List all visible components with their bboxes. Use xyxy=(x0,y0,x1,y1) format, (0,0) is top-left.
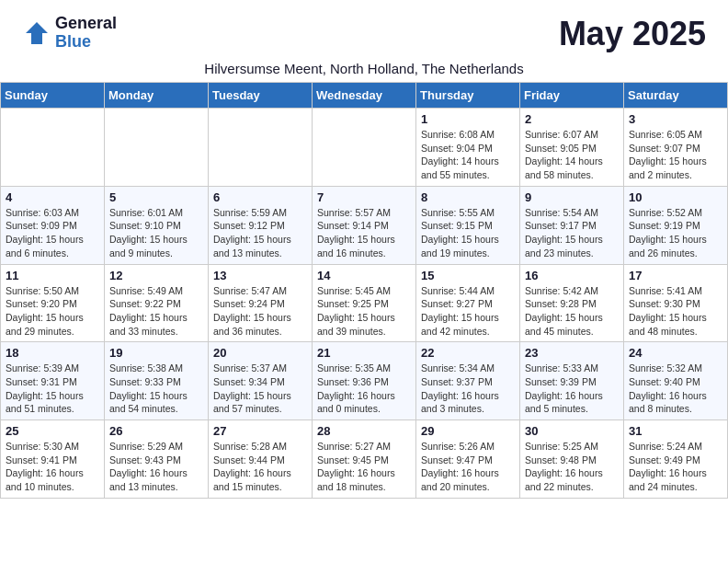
calendar-cell: 9Sunrise: 5:54 AMSunset: 9:17 PMDaylight… xyxy=(520,186,624,264)
day-number: 29 xyxy=(421,424,515,438)
day-info: Sunrise: 5:28 AMSunset: 9:44 PMDaylight:… xyxy=(213,440,307,494)
calendar-cell: 26Sunrise: 5:29 AMSunset: 9:43 PMDayligh… xyxy=(105,420,209,499)
calendar-week-row: 11Sunrise: 5:50 AMSunset: 9:20 PMDayligh… xyxy=(1,264,728,342)
day-number: 9 xyxy=(525,190,619,204)
calendar-week-row: 18Sunrise: 5:39 AMSunset: 9:31 PMDayligh… xyxy=(1,342,728,420)
day-number: 19 xyxy=(109,346,203,360)
calendar-cell xyxy=(209,109,313,187)
day-info: Sunrise: 5:27 AMSunset: 9:45 PMDaylight:… xyxy=(317,440,411,494)
month-title: May 2025 xyxy=(559,15,706,53)
day-info: Sunrise: 5:44 AMSunset: 9:27 PMDaylight:… xyxy=(421,284,515,339)
day-info: Sunrise: 5:54 AMSunset: 9:17 PMDaylight:… xyxy=(525,206,619,260)
day-info: Sunrise: 5:55 AMSunset: 9:15 PMDaylight:… xyxy=(421,206,515,260)
calendar-cell xyxy=(1,109,105,187)
day-number: 18 xyxy=(6,346,99,360)
day-number: 23 xyxy=(525,346,619,360)
calendar-cell: 2Sunrise: 6:07 AMSunset: 9:05 PMDaylight… xyxy=(520,109,624,187)
day-info: Sunrise: 5:39 AMSunset: 9:31 PMDaylight:… xyxy=(6,362,99,416)
calendar-cell: 27Sunrise: 5:28 AMSunset: 9:44 PMDayligh… xyxy=(209,420,313,499)
day-info: Sunrise: 5:47 AMSunset: 9:24 PMDaylight:… xyxy=(213,284,307,339)
weekday-header: Wednesday xyxy=(313,83,416,109)
day-number: 16 xyxy=(525,269,619,282)
svg-marker-0 xyxy=(26,22,48,44)
calendar-week-row: 1Sunrise: 6:08 AMSunset: 9:04 PMDaylight… xyxy=(1,109,728,187)
day-info: Sunrise: 5:33 AMSunset: 9:39 PMDaylight:… xyxy=(525,362,619,416)
day-info: Sunrise: 5:37 AMSunset: 9:34 PMDaylight:… xyxy=(213,362,307,416)
calendar-cell: 28Sunrise: 5:27 AMSunset: 9:45 PMDayligh… xyxy=(313,420,416,499)
calendar-cell: 12Sunrise: 5:49 AMSunset: 9:22 PMDayligh… xyxy=(105,264,209,342)
day-number: 4 xyxy=(6,190,99,204)
calendar-week-row: 4Sunrise: 6:03 AMSunset: 9:09 PMDaylight… xyxy=(1,186,728,264)
day-number: 10 xyxy=(629,190,722,204)
weekday-header: Saturday xyxy=(624,83,728,109)
day-number: 15 xyxy=(421,269,515,282)
weekday-header: Monday xyxy=(105,83,209,109)
calendar-cell: 30Sunrise: 5:25 AMSunset: 9:48 PMDayligh… xyxy=(520,420,624,499)
day-number: 7 xyxy=(317,190,411,204)
weekday-header: Sunday xyxy=(1,83,105,109)
day-number: 21 xyxy=(317,346,411,360)
day-number: 1 xyxy=(421,112,515,126)
day-info: Sunrise: 6:05 AMSunset: 9:07 PMDaylight:… xyxy=(629,128,722,182)
calendar-cell: 20Sunrise: 5:37 AMSunset: 9:34 PMDayligh… xyxy=(209,342,313,420)
calendar-cell: 4Sunrise: 6:03 AMSunset: 9:09 PMDaylight… xyxy=(1,186,105,264)
day-number: 26 xyxy=(109,424,203,438)
day-number: 2 xyxy=(525,112,619,126)
day-number: 11 xyxy=(6,269,99,282)
calendar-cell: 1Sunrise: 6:08 AMSunset: 9:04 PMDaylight… xyxy=(416,109,520,187)
calendar-cell xyxy=(313,109,416,187)
calendar-week-row: 25Sunrise: 5:30 AMSunset: 9:41 PMDayligh… xyxy=(1,420,728,499)
calendar-table: SundayMondayTuesdayWednesdayThursdayFrid… xyxy=(0,82,728,499)
logo-general: General xyxy=(55,15,117,33)
day-info: Sunrise: 5:35 AMSunset: 9:36 PMDaylight:… xyxy=(317,362,411,416)
day-info: Sunrise: 5:26 AMSunset: 9:47 PMDaylight:… xyxy=(421,440,515,494)
day-number: 17 xyxy=(629,269,722,282)
calendar-cell: 16Sunrise: 5:42 AMSunset: 9:28 PMDayligh… xyxy=(520,264,624,342)
logo-icon xyxy=(22,18,51,48)
day-number: 6 xyxy=(213,190,307,204)
calendar-cell: 7Sunrise: 5:57 AMSunset: 9:14 PMDaylight… xyxy=(313,186,416,264)
calendar-cell: 13Sunrise: 5:47 AMSunset: 9:24 PMDayligh… xyxy=(209,264,313,342)
day-number: 20 xyxy=(213,346,307,360)
calendar-cell: 15Sunrise: 5:44 AMSunset: 9:27 PMDayligh… xyxy=(416,264,520,342)
day-number: 12 xyxy=(109,269,203,282)
weekday-header: Tuesday xyxy=(209,83,313,109)
day-info: Sunrise: 5:25 AMSunset: 9:48 PMDaylight:… xyxy=(525,440,619,494)
calendar-cell: 10Sunrise: 5:52 AMSunset: 9:19 PMDayligh… xyxy=(624,186,728,264)
day-info: Sunrise: 5:24 AMSunset: 9:49 PMDaylight:… xyxy=(629,440,722,494)
calendar-cell: 8Sunrise: 5:55 AMSunset: 9:15 PMDaylight… xyxy=(416,186,520,264)
day-number: 30 xyxy=(525,424,619,438)
calendar-cell: 17Sunrise: 5:41 AMSunset: 9:30 PMDayligh… xyxy=(624,264,728,342)
calendar-cell: 22Sunrise: 5:34 AMSunset: 9:37 PMDayligh… xyxy=(416,342,520,420)
calendar-cell xyxy=(105,109,209,187)
weekday-header: Thursday xyxy=(416,83,520,109)
calendar-cell: 19Sunrise: 5:38 AMSunset: 9:33 PMDayligh… xyxy=(105,342,209,420)
day-number: 3 xyxy=(629,112,722,126)
day-info: Sunrise: 5:50 AMSunset: 9:20 PMDaylight:… xyxy=(6,284,99,339)
calendar-cell: 3Sunrise: 6:05 AMSunset: 9:07 PMDaylight… xyxy=(624,109,728,187)
day-number: 24 xyxy=(629,346,722,360)
day-info: Sunrise: 5:52 AMSunset: 9:19 PMDaylight:… xyxy=(629,206,722,260)
calendar-cell: 31Sunrise: 5:24 AMSunset: 9:49 PMDayligh… xyxy=(624,420,728,499)
day-number: 25 xyxy=(6,424,99,438)
logo-blue: Blue xyxy=(55,33,117,52)
day-info: Sunrise: 5:34 AMSunset: 9:37 PMDaylight:… xyxy=(421,362,515,416)
day-info: Sunrise: 5:29 AMSunset: 9:43 PMDaylight:… xyxy=(109,440,203,494)
day-number: 31 xyxy=(629,424,722,438)
weekday-header: Friday xyxy=(520,83,624,109)
day-number: 13 xyxy=(213,269,307,282)
subtitle: Hilversumse Meent, North Holland, The Ne… xyxy=(0,61,728,76)
calendar-cell: 18Sunrise: 5:39 AMSunset: 9:31 PMDayligh… xyxy=(1,342,105,420)
day-info: Sunrise: 6:08 AMSunset: 9:04 PMDaylight:… xyxy=(421,128,515,182)
day-info: Sunrise: 5:38 AMSunset: 9:33 PMDaylight:… xyxy=(109,362,203,416)
calendar-cell: 23Sunrise: 5:33 AMSunset: 9:39 PMDayligh… xyxy=(520,342,624,420)
weekday-header-row: SundayMondayTuesdayWednesdayThursdayFrid… xyxy=(1,83,728,109)
day-number: 5 xyxy=(109,190,203,204)
day-info: Sunrise: 6:01 AMSunset: 9:10 PMDaylight:… xyxy=(109,206,203,260)
day-info: Sunrise: 5:49 AMSunset: 9:22 PMDaylight:… xyxy=(109,284,203,339)
day-info: Sunrise: 6:07 AMSunset: 9:05 PMDaylight:… xyxy=(525,128,619,182)
day-number: 14 xyxy=(317,269,411,282)
day-info: Sunrise: 6:03 AMSunset: 9:09 PMDaylight:… xyxy=(6,206,99,260)
day-number: 27 xyxy=(213,424,307,438)
calendar-cell: 14Sunrise: 5:45 AMSunset: 9:25 PMDayligh… xyxy=(313,264,416,342)
